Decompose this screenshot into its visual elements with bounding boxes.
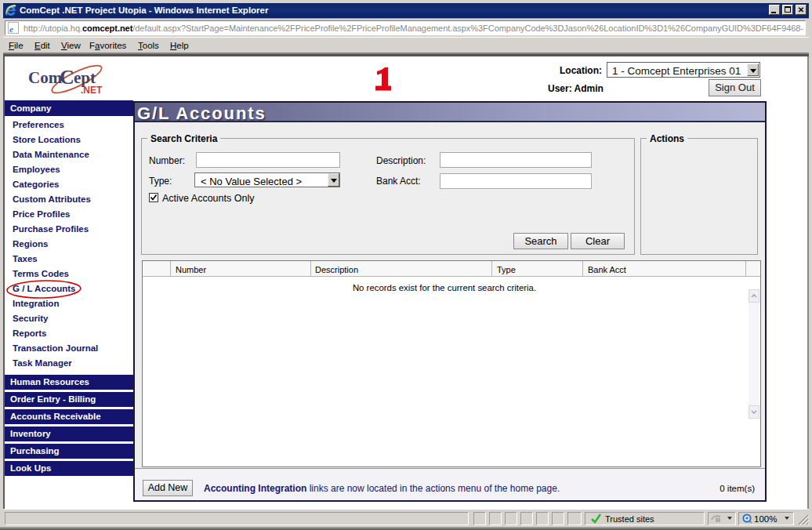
- svg-text:e: e: [9, 24, 13, 34]
- svg-text:C: C: [60, 66, 74, 89]
- svg-text:Com: Com: [28, 68, 63, 87]
- svg-text:.NET: .NET: [81, 85, 103, 96]
